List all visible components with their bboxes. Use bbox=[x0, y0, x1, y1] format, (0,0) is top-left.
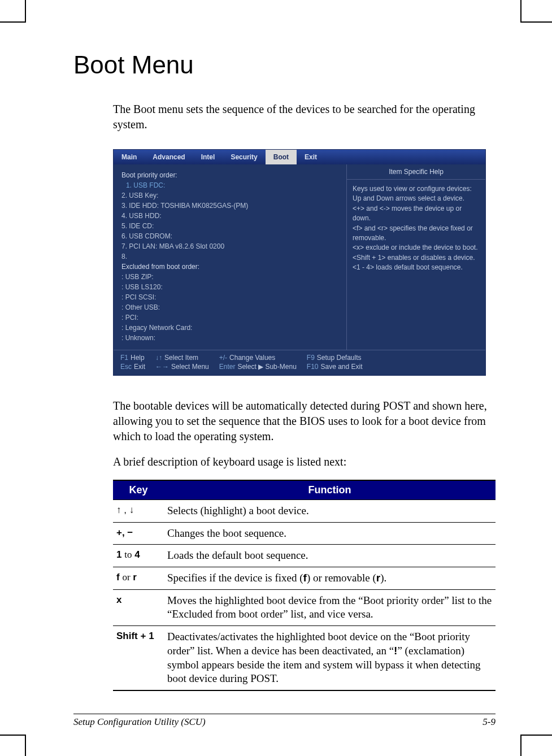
leftright-key: ←→ bbox=[155, 363, 169, 371]
bios-left-panel: Boot priority order: 1. USB FDC: 2. USB … bbox=[114, 164, 347, 350]
table-row: +, −Changes the boot sequence. bbox=[113, 522, 496, 545]
crop-mark bbox=[0, 735, 25, 736]
bios-screenshot: Main Advanced Intel Security Boot Exit B… bbox=[113, 149, 486, 376]
key-cell: ↑ , ↓ bbox=[113, 500, 164, 523]
crop-mark bbox=[520, 735, 521, 756]
key-cell: x bbox=[113, 589, 164, 625]
boot-item: 4. USB HDD: bbox=[121, 211, 338, 221]
enter-key: Enter bbox=[219, 363, 236, 371]
updown-key: ↓↑ bbox=[155, 354, 162, 362]
excluded-item: : USB ZIP: bbox=[121, 272, 338, 282]
bios-footer: F1Help EscExit ↓↑Select Item ←→Select Me… bbox=[114, 350, 485, 375]
crop-mark bbox=[521, 735, 552, 736]
f1-label: Help bbox=[131, 354, 145, 362]
crop-mark bbox=[25, 735, 26, 756]
bios-tab-advanced: Advanced bbox=[145, 150, 193, 164]
bios-help-panel: Item Specific Help Keys used to view or … bbox=[347, 164, 485, 350]
excluded-item: : Legacy Network Card: bbox=[121, 323, 338, 333]
boot-item: 5. IDE CD: bbox=[121, 221, 338, 231]
boot-item: 2. USB Key: bbox=[121, 190, 338, 201]
paragraph-3: A brief description of keyboard usage is… bbox=[113, 454, 496, 470]
boot-item: 3. IDE HDD: TOSHIBA MK0825GAS-(PM) bbox=[121, 201, 338, 211]
col-key: Key bbox=[113, 480, 164, 500]
boot-priority-title: Boot priority order: bbox=[121, 170, 338, 180]
crop-mark bbox=[25, 0, 26, 23]
bios-tab-security: Security bbox=[223, 150, 265, 164]
bios-help-title: Item Specific Help bbox=[347, 164, 485, 180]
key-cell: +, − bbox=[113, 522, 164, 545]
bios-tab-intel: Intel bbox=[193, 150, 223, 164]
page-title: Boot Menu bbox=[73, 51, 496, 79]
esc-key: Esc bbox=[120, 363, 132, 371]
plusminus-label: Change Values bbox=[229, 354, 275, 362]
bios-tab-exit: Exit bbox=[297, 150, 325, 164]
updown-label: Select Item bbox=[164, 354, 198, 362]
boot-item: 7. PCI LAN: MBA v8.2.6 Slot 0200 bbox=[121, 241, 338, 251]
table-row: ↑ , ↓Selects (highlight) a boot device. bbox=[113, 500, 496, 523]
col-function: Function bbox=[164, 480, 496, 500]
plusminus-key: +/- bbox=[219, 354, 227, 362]
f10-key: F10 bbox=[307, 363, 319, 371]
excluded-item: : Other USB: bbox=[121, 302, 338, 312]
function-cell: Changes the boot sequence. bbox=[164, 522, 496, 545]
boot-item: 6. USB CDROM: bbox=[121, 231, 338, 241]
crop-mark bbox=[520, 0, 521, 23]
excluded-item: : PCI SCSI: bbox=[121, 292, 338, 302]
bios-tab-boot: Boot bbox=[266, 150, 297, 164]
enter-label: Select ▶ Sub-Menu bbox=[237, 363, 296, 371]
paragraph-2: The bootable devices will be automatical… bbox=[113, 398, 496, 444]
intro-paragraph: The Boot menu sets the sequence of the d… bbox=[113, 102, 496, 132]
function-cell: Specifies if the device is fixed (f) or … bbox=[164, 567, 496, 590]
function-cell: Selects (highlight) a boot device. bbox=[164, 500, 496, 523]
function-cell: Moves the highlighted boot device from t… bbox=[164, 589, 496, 625]
crop-mark bbox=[521, 21, 552, 23]
key-cell: f or r bbox=[113, 567, 164, 590]
esc-label: Exit bbox=[134, 363, 145, 371]
bios-tab-bar: Main Advanced Intel Security Boot Exit bbox=[114, 150, 485, 164]
table-row: 1 to 4Loads the default boot sequence. bbox=[113, 545, 496, 567]
function-cell: Deactivates/activates the highlighted bo… bbox=[164, 626, 496, 690]
f9-label: Setup Defaults bbox=[317, 354, 362, 362]
footer-left: Setup Configuration Utility (SCU) bbox=[73, 716, 206, 728]
key-function-table: Key Function ↑ , ↓Selects (highlight) a … bbox=[113, 480, 496, 691]
bios-tab-main: Main bbox=[114, 150, 145, 164]
leftright-label: Select Menu bbox=[171, 363, 209, 371]
excluded-item: : Unknown: bbox=[121, 333, 338, 343]
table-row: f or rSpecifies if the device is fixed (… bbox=[113, 567, 496, 590]
key-cell: 1 to 4 bbox=[113, 545, 164, 567]
excluded-item: : PCI: bbox=[121, 312, 338, 323]
boot-item-selected: 1. USB FDC: bbox=[121, 180, 338, 190]
f1-key: F1 bbox=[120, 354, 128, 362]
bios-help-body: Keys used to view or configure devices: … bbox=[347, 180, 485, 277]
excluded-item: : USB LS120: bbox=[121, 282, 338, 292]
excluded-title: Excluded from boot order: bbox=[121, 262, 338, 272]
footer-right: 5-9 bbox=[483, 716, 496, 728]
boot-item: 8. bbox=[121, 251, 338, 262]
table-row: Shift + 1Deactivates/activates the highl… bbox=[113, 626, 496, 690]
function-cell: Loads the default boot sequence. bbox=[164, 545, 496, 567]
f9-key: F9 bbox=[307, 354, 315, 362]
f10-label: Save and Exit bbox=[321, 363, 363, 371]
table-row: xMoves the highlighted boot device from … bbox=[113, 589, 496, 625]
crop-mark bbox=[0, 21, 25, 23]
key-cell: Shift + 1 bbox=[113, 626, 164, 690]
